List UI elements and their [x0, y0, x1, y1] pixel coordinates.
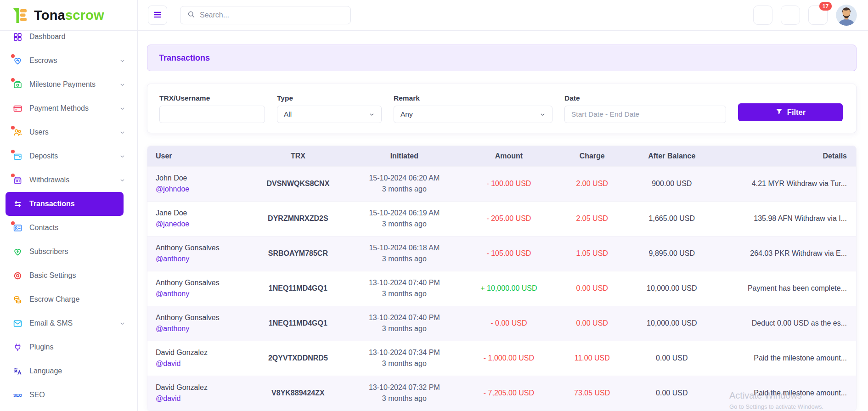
user-cell: David Gonzalez @david — [147, 341, 247, 376]
sidebar-item-transactions[interactable]: Transactions — [6, 192, 124, 216]
username-link[interactable]: @david — [156, 360, 242, 368]
notifications-button[interactable]: 17 — [808, 6, 828, 25]
remark-select[interactable]: Any — [394, 106, 552, 123]
column-header-amount: Amount — [459, 146, 558, 166]
transaction-row: John Doe @johndoe DVSNWQKS8CNX 15-10-202… — [147, 166, 856, 201]
main-content: Transactions TRX/Username Type All Remar… — [138, 31, 868, 411]
transactions-table-card: UserTRXInitiatedAmountChargeAfter Balanc… — [147, 146, 857, 411]
brand-logo-icon — [12, 6, 30, 24]
sidebar-item-seo[interactable]: SEOSEO — [0, 383, 137, 407]
details-cell: Paid the milestone amount... — [718, 341, 856, 376]
sidebar-item-payment-methods[interactable]: Payment Methods — [0, 96, 137, 120]
amount-cell: - 105.00 USD — [459, 236, 558, 271]
sidebar-item-label: Contacts — [29, 224, 58, 232]
brand-logo[interactable]: Tonascrow — [0, 0, 138, 30]
apps-grid-button[interactable] — [781, 6, 800, 25]
after-balance-cell: 0.00 USD — [626, 341, 718, 376]
type-select[interactable]: All — [277, 106, 382, 123]
user-name: Anthony Gonsalves — [156, 279, 242, 287]
sidebar-item-milestone-payments[interactable]: Milestone Payments — [0, 73, 137, 96]
type-select-value: All — [284, 110, 292, 118]
dashboard-icon — [13, 32, 23, 42]
sidebar-item-language[interactable]: Language — [0, 359, 137, 383]
username-link[interactable]: @johndoe — [156, 185, 242, 193]
initiated-date: 13-10-2024 07:34 PM — [354, 349, 455, 357]
chevron-down-icon — [119, 106, 125, 112]
details-cell: Paid the milestone amount... — [718, 376, 856, 411]
charge-cell: 11.00 USD — [558, 341, 626, 376]
username-link[interactable]: @anthony — [156, 255, 242, 263]
milestone-wallet-icon — [13, 80, 23, 90]
sidebar-item-withdrawals[interactable]: Withdrawals — [0, 168, 137, 192]
after-balance-cell: 900.00 USD — [626, 166, 718, 201]
search-input[interactable] — [200, 11, 344, 19]
plug-icon — [13, 343, 23, 352]
withdraw-icon — [13, 175, 23, 185]
filter-button[interactable]: Filter — [738, 103, 843, 121]
column-header-details: Details — [718, 146, 856, 166]
sidebar-item-contacts[interactable]: Contacts — [0, 216, 137, 240]
sidebar-item-users[interactable]: Users — [0, 120, 137, 144]
sidebar-item-deposits[interactable]: Deposits — [0, 144, 137, 168]
trx-username-input[interactable] — [159, 106, 265, 123]
initiated-cell: 15-10-2024 06:20 AM 3 months ago — [349, 166, 459, 201]
username-link[interactable]: @janedoe — [156, 220, 242, 228]
top-header: Tonascrow 17 — [0, 0, 868, 31]
details-cell: 264.03 PKR Withdraw via E... — [718, 236, 856, 271]
notification-dot — [11, 126, 15, 129]
notification-dot — [11, 221, 15, 225]
sidebar-toggle-button[interactable] — [148, 6, 167, 25]
user-cell: John Doe @johndoe — [147, 166, 247, 201]
user-name: Anthony Gonsalves — [156, 314, 242, 322]
transactions-table: UserTRXInitiatedAmountChargeAfter Balanc… — [147, 146, 856, 411]
column-header-initiated: Initiated — [349, 146, 459, 166]
sidebar-item-label: Escrow Charge — [29, 295, 79, 304]
initiated-date: 15-10-2024 06:19 AM — [354, 209, 455, 217]
user-name: John Doe — [156, 174, 242, 182]
date-range-input[interactable] — [564, 106, 726, 123]
user-avatar[interactable] — [836, 5, 857, 26]
column-header-user: User — [147, 146, 247, 166]
initiated-ago: 3 months ago — [354, 255, 455, 263]
sidebar-item-label: Escrows — [29, 56, 57, 65]
mail-icon — [13, 319, 23, 328]
sidebar-item-basic-settings[interactable]: Basic Settings — [0, 264, 137, 287]
initiated-cell: 13-10-2024 07:34 PM 3 months ago — [349, 341, 459, 376]
initiated-date: 13-10-2024 07:40 PM — [354, 314, 455, 322]
username-link[interactable]: @anthony — [156, 325, 242, 333]
chevron-down-icon — [119, 153, 125, 159]
brand-logo-text: Tonascrow — [34, 8, 104, 23]
deposit-wallet-icon — [13, 152, 23, 161]
trx-cell: V8YK889424ZX — [247, 376, 349, 411]
users-icon — [13, 128, 23, 137]
sidebar-item-label: SEO — [29, 391, 45, 399]
chevron-down-icon — [540, 112, 546, 118]
sidebar-item-subscribers[interactable]: Subscribers — [0, 240, 137, 264]
sidebar-item-escrow-charge[interactable]: Escrow Charge — [0, 287, 137, 311]
notification-count-badge: 17 — [819, 2, 832, 11]
details-cell: 135.98 AFN Withdraw via I... — [718, 201, 856, 236]
username-link[interactable]: @anthony — [156, 290, 242, 298]
charge-cell: 2.05 USD — [558, 201, 626, 236]
sidebar-item-label: Basic Settings — [29, 271, 76, 280]
sidebar-item-plugins[interactable]: Plugins — [0, 335, 137, 359]
column-header-trx: TRX — [247, 146, 349, 166]
date-label: Date — [564, 94, 726, 102]
trx-cell: SRBOAYM785CR — [247, 236, 349, 271]
language-globe-button[interactable] — [753, 6, 772, 25]
initiated-date: 15-10-2024 06:20 AM — [354, 174, 455, 182]
user-cell: Anthony Gonsalves @anthony — [147, 236, 247, 271]
sidebar-item-dashboard[interactable]: Dashboard — [0, 31, 137, 49]
amount-cell: - 1,000.00 USD — [459, 341, 558, 376]
sidebar-item-escrows[interactable]: Escrows — [0, 49, 137, 73]
user-name: Anthony Gonsalves — [156, 244, 242, 252]
page-title-card: Transactions — [147, 45, 857, 71]
sidebar-item-email-sms[interactable]: Email & SMS — [0, 311, 137, 335]
notification-dot — [11, 78, 15, 82]
transaction-row: Anthony Gonsalves @anthony SRBOAYM785CR … — [147, 236, 856, 271]
notification-dot — [11, 54, 15, 58]
username-link[interactable]: @david — [156, 394, 242, 403]
transaction-row: David Gonzalez @david 2QYVTXDDNRD5 13-10… — [147, 341, 856, 376]
user-name: David Gonzalez — [156, 383, 242, 392]
chevron-down-icon — [369, 112, 375, 118]
